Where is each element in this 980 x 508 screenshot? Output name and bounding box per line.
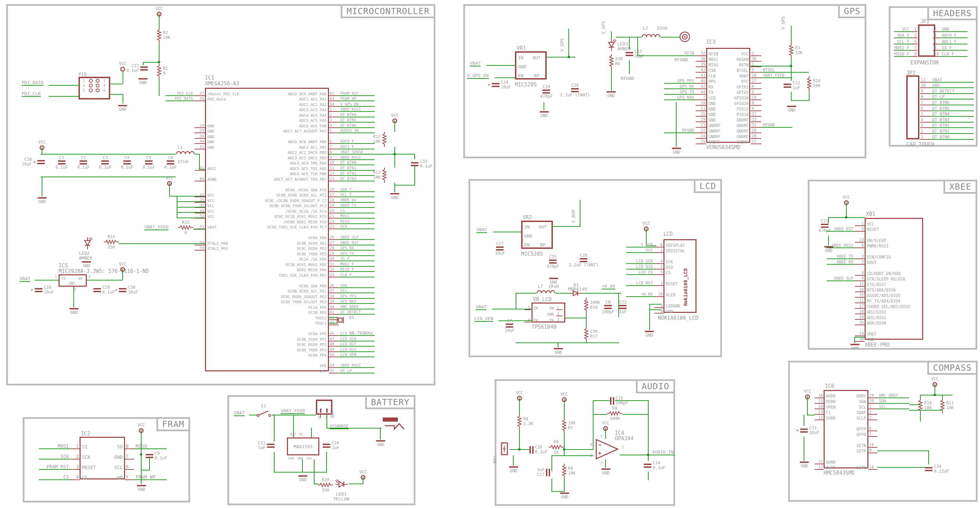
resistor-symbol	[517, 414, 522, 429]
pin-name: XTAL2_PR0	[205, 241, 257, 245]
pin-row: PF6 54 XBEE_RSSI	[165, 363, 375, 368]
resistor-symbol	[607, 411, 622, 416]
resistor-symbol	[807, 76, 811, 91]
wire	[495, 78, 515, 78]
pin-row: 44 GND ADC0_AC0_AREF_PB0 6 ADC0_F	[165, 139, 375, 144]
pin-out: OUT	[533, 56, 541, 60]
pin-number: 5	[911, 40, 917, 44]
pin-row: 3 QT_BTN2	[920, 122, 974, 129]
net-label: SCK	[339, 225, 375, 229]
pin-row: 15 DVDD SDA 20 SDA	[815, 398, 909, 404]
pin-pad	[96, 79, 100, 83]
part-ref: C9	[155, 451, 167, 456]
part-value: 2.2uF (TANT)	[569, 263, 599, 267]
pin-number: 38	[329, 294, 339, 299]
resistor-symbol	[104, 240, 119, 244]
pin-number: 8	[920, 95, 931, 100]
pin-row: ADC4_AC4_TMS_PB4 10 QT_BTN0	[165, 160, 375, 165]
pin-name: AVCC	[205, 167, 257, 171]
resistor-symbol	[789, 43, 794, 58]
pin-row: 59 XTAL1_PR1 OC0C_RXD0_PD2 28 GPS_RX	[165, 245, 375, 251]
pin-row: OC0D_TXD0_PD3 29 GPS_TX	[165, 251, 375, 256]
part-ref: C11	[258, 441, 266, 446]
pin-name: PIO14	[728, 113, 751, 117]
net-label: SCK	[39, 454, 71, 460]
net-label: XBEE_SLP	[339, 235, 375, 240]
wire	[637, 56, 665, 56]
wire	[564, 399, 565, 418]
capacitor-symbol	[784, 84, 791, 88]
capacitor-C28: + C2810uF	[31, 285, 54, 295]
pin-name: ADC0_AC0_AREF_PA0	[257, 92, 329, 96]
section-gps: GPS VBAT VR1 IN OUT GND EN BP MIC5205 V_…	[463, 4, 866, 158]
pin-number: 40	[329, 305, 339, 310]
part-ref: LED1	[336, 492, 347, 496]
pin-number: 8	[933, 46, 940, 51]
wire	[648, 400, 649, 456]
part-value: 0.22uF	[934, 469, 949, 474]
part-value: 1uF	[332, 446, 339, 451]
pin-number: 19	[869, 394, 877, 398]
part-ref: C23	[126, 64, 139, 68]
capacitor-C12: C121uF	[784, 81, 800, 90]
wire	[35, 280, 59, 281]
pin-name: DGND	[824, 466, 846, 470]
vrlcd-part: TPS61040	[531, 325, 556, 330]
pin-number: 5	[125, 475, 134, 481]
wire	[593, 400, 610, 401]
pin-number: 16	[855, 288, 865, 292]
pin-name: PF7	[257, 370, 329, 373]
pin-name: MISO	[706, 64, 728, 67]
pin-bp: BP	[534, 73, 539, 78]
wire	[110, 84, 123, 84]
pin-row: XBEE_RSSI 6 PWM0/RSSI	[827, 243, 921, 248]
pin-row	[626, 253, 694, 259]
capacitor-C31: + C3110uF	[796, 426, 819, 435]
pin-row: 10 GND	[827, 336, 921, 342]
wire	[42, 147, 42, 154]
net-label: QT_LP	[931, 95, 974, 100]
polarity-mark: +	[31, 288, 33, 292]
pin-number: 6	[654, 243, 663, 248]
pin-name: ADC7_AC7_AC0OUT_PA7	[257, 129, 329, 133]
net-label-lcd-ven: LCD_VEN	[474, 316, 493, 322]
capacitor-symbol	[496, 246, 504, 251]
part-ref: C22	[619, 300, 627, 305]
part-ref: C5	[146, 155, 151, 160]
pin-number: 32	[696, 52, 706, 56]
pin-number: 46	[329, 332, 339, 336]
pin-number: 40	[696, 79, 706, 84]
ic5-pin-vi: VI	[62, 277, 66, 281]
wire	[547, 57, 575, 57]
wire	[803, 437, 804, 461]
pin-number: 10	[920, 83, 931, 88]
net-label: XBEE_TX	[827, 255, 855, 259]
wire	[123, 94, 123, 103]
pin-row	[165, 357, 375, 363]
vrlcd-pin-rows: 5 IN SW 1 GND 2 4 EN FB 3	[525, 304, 570, 322]
pin-number: 17	[855, 304, 865, 309]
pin-number: 32	[329, 267, 339, 272]
net-label: CLK_F	[940, 52, 967, 57]
part-ref: LED3	[617, 42, 628, 46]
wire	[552, 456, 564, 456]
ic3-part: VENUS634SMD	[706, 145, 740, 150]
capacitor-symbol	[580, 258, 587, 262]
pin-number: 2	[855, 260, 865, 265]
resistor-R1: R10	[157, 64, 168, 79]
pin-number: 19	[696, 118, 706, 122]
part-value: 0	[163, 71, 168, 76]
net-label-vbat: VBAT	[476, 305, 486, 310]
inductor-symbol-L1	[176, 150, 195, 155]
part-value: 10uH	[548, 284, 559, 289]
pin-number: 5	[855, 227, 865, 232]
pin-number: 38	[696, 57, 706, 62]
resistor-R7: 10KR7	[562, 418, 576, 433]
pin-number: 19	[329, 203, 339, 208]
pin-row: OC1B_PE5 41 QT_DETECT	[165, 310, 375, 315]
wire	[581, 293, 621, 294]
wire	[159, 13, 159, 28]
resistor-R5: R5 1K	[549, 440, 564, 455]
pin-name: OFFN	[846, 433, 869, 437]
wire	[920, 413, 921, 422]
